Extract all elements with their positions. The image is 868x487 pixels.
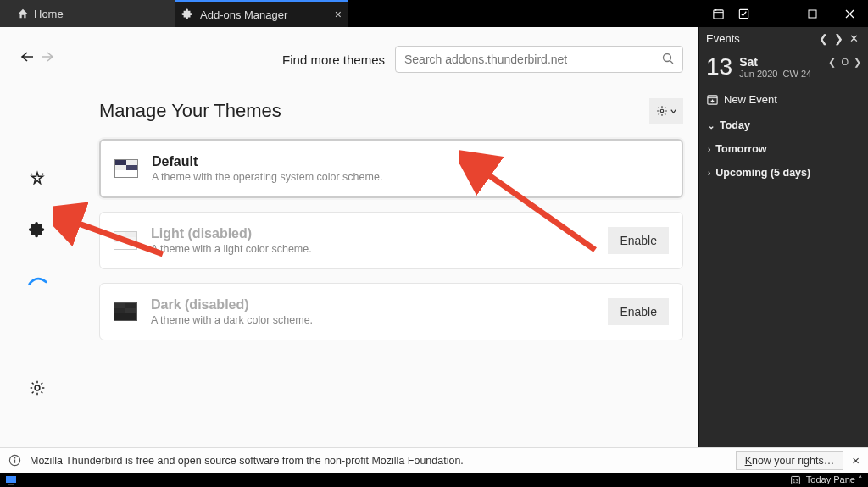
section-title: Manage Your Themes (99, 100, 649, 122)
theme-name: Default (152, 154, 668, 169)
home-icon (17, 8, 29, 19)
tab-addons-label: Add-ons Manager (200, 8, 287, 21)
svg-point-9 (42, 173, 43, 174)
svg-point-22 (660, 109, 664, 113)
info-icon (8, 454, 21, 467)
events-section-tomorrow[interactable]: › Tomorrow (699, 137, 868, 161)
back-button[interactable] (20, 51, 34, 63)
svg-line-29 (658, 113, 659, 114)
tab-addons-manager[interactable]: Add-ons Manager × (175, 0, 348, 27)
today-pane-icon: 13 (790, 474, 801, 485)
search-input[interactable] (395, 46, 683, 73)
new-event-label: New Event (724, 93, 777, 106)
new-event-icon (706, 93, 719, 106)
events-next-button[interactable]: ❯ (831, 32, 846, 45)
section-gear-menu[interactable] (649, 98, 683, 124)
tab-home[interactable]: Home (14, 0, 175, 27)
enable-button[interactable]: Enable (608, 298, 669, 325)
chevron-right-icon: › (708, 169, 710, 178)
taskbar-app-icon[interactable] (5, 475, 17, 485)
svg-point-11 (35, 385, 40, 390)
events-day-prev-button[interactable]: ❮ (828, 57, 836, 68)
settings-category[interactable] (25, 376, 49, 400)
events-month-year: Jun 2020 (739, 69, 777, 79)
tab-home-label: Home (34, 8, 64, 20)
window-maximize-button[interactable] (793, 0, 831, 27)
theme-name: Dark (disabled) (151, 297, 594, 313)
theme-card-default[interactable]: Default A theme with the operating syste… (99, 139, 683, 198)
theme-card-light[interactable]: Light (disabled) A theme with a light co… (99, 212, 683, 269)
recommendations-category[interactable] (25, 168, 49, 191)
theme-thumbnail-icon (114, 231, 137, 250)
svg-line-18 (32, 391, 34, 393)
theme-desc: A theme with the operating system color … (152, 171, 668, 183)
svg-line-19 (41, 383, 42, 385)
theme-thumbnail-icon (114, 159, 138, 178)
new-event-button[interactable]: New Event (699, 86, 868, 113)
events-section-today-label: Today (720, 119, 750, 131)
svg-point-10 (31, 174, 33, 175)
theme-desc: A theme with a dark color scheme. (151, 314, 594, 326)
events-section-upcoming-label: Upcoming (5 days) (715, 167, 810, 179)
theme-card-dark[interactable]: Dark (disabled) A theme with a dark colo… (99, 283, 683, 340)
svg-line-27 (658, 108, 659, 108)
svg-line-28 (665, 113, 665, 114)
calendar-toolbar-button[interactable] (705, 0, 731, 27)
today-pane-button[interactable]: Today Pane ˄ (806, 474, 863, 485)
theme-desc: A theme with a light color scheme. (151, 243, 594, 255)
events-day-name: Sat (739, 55, 828, 69)
svg-rect-6 (809, 10, 816, 18)
events-section-today[interactable]: ⌄ Today (699, 113, 868, 137)
events-prev-button[interactable]: ❮ (815, 32, 831, 45)
svg-rect-39 (8, 484, 14, 485)
svg-line-21 (670, 61, 673, 64)
events-day-number: 13 (706, 55, 732, 79)
events-panel-title: Events (706, 32, 815, 45)
svg-line-30 (665, 108, 665, 108)
status-rights-button[interactable]: KKnow your rights…now your rights… (736, 451, 844, 470)
events-day-today-button[interactable]: O (841, 57, 849, 67)
status-message: Mozilla Thunderbird is free and open sou… (30, 455, 464, 467)
tab-close-button[interactable]: × (335, 8, 342, 21)
status-close-button[interactable]: × (852, 453, 860, 468)
window-minimize-button[interactable] (756, 0, 793, 27)
theme-name: Light (disabled) (151, 226, 594, 241)
svg-line-16 (32, 383, 34, 385)
enable-button[interactable]: Enable (608, 227, 669, 254)
svg-rect-0 (713, 9, 722, 18)
svg-point-36 (14, 457, 16, 459)
themes-category[interactable] (25, 269, 49, 293)
events-close-button[interactable]: ✕ (846, 32, 861, 45)
search-icon[interactable] (661, 52, 675, 65)
svg-point-20 (664, 54, 671, 62)
tasks-toolbar-button[interactable] (731, 0, 756, 27)
svg-line-17 (41, 391, 42, 393)
events-section-upcoming[interactable]: › Upcoming (5 days) (699, 161, 868, 185)
extensions-category[interactable] (25, 219, 49, 242)
events-section-tomorrow-label: Tomorrow (715, 143, 766, 155)
chevron-right-icon: › (708, 145, 710, 154)
theme-thumbnail-icon (114, 302, 137, 321)
svg-rect-38 (6, 476, 16, 483)
events-day-next-button[interactable]: ❯ (854, 57, 861, 68)
find-themes-label: Find more themes (282, 53, 385, 67)
svg-text:13: 13 (793, 479, 798, 484)
puzzle-icon (181, 8, 193, 20)
window-close-button[interactable] (831, 0, 868, 27)
events-cw: CW 24 (783, 69, 812, 79)
chevron-down-icon: ⌄ (708, 121, 715, 130)
